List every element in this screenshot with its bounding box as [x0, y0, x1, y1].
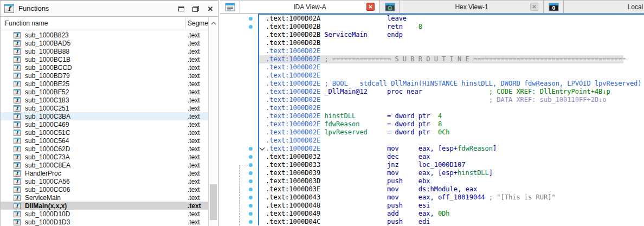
listing-line[interactable]: .text:1000D02E mov eax, [esp+fdwReason] [259, 145, 644, 153]
local-types-icon[interactable]: 0 [544, 1, 564, 13]
listing-line[interactable]: .text:1000D02E [259, 104, 644, 112]
function-row[interactable]: fsub_1000BF52.text [1, 88, 209, 96]
listing-line[interactable]: .text:1000D04C push edi [259, 218, 644, 225]
function-row[interactable]: fsub_1000D10D.text [1, 210, 209, 218]
tab-hex-view-1[interactable]: Hex View-1✕ [400, 1, 544, 13]
float-button[interactable] [191, 4, 200, 13]
listing-line[interactable]: .text:1000D02E [259, 63, 644, 72]
code-segment: = dword ptr [356, 112, 438, 120]
close-button[interactable]: ✕ [206, 4, 215, 13]
function-row[interactable]: fsub_1000B823.text [1, 31, 209, 39]
listing-line[interactable]: .text:1000D02B ServiceMain endp [259, 31, 644, 39]
hex-view-icon[interactable] [380, 1, 400, 13]
listing-line[interactable]: .text:1000D02E hinstDLL = dword ptr 4 [259, 112, 644, 120]
maximize-button[interactable] [177, 4, 185, 13]
address-prefix: .text:1000D02E [266, 63, 324, 71]
ida-view-icon[interactable] [220, 1, 240, 13]
tab-local-types[interactable]: Local Types [564, 1, 644, 13]
instruction-dot-icon [249, 171, 253, 175]
column-divider[interactable] [185, 18, 186, 28]
function-name: sub_1000BAD5 [25, 40, 70, 47]
function-row[interactable]: fsub_1000C564.text [1, 137, 209, 145]
code-segment: = dword ptr [368, 128, 438, 136]
column-header-function-name[interactable]: Function name [5, 20, 48, 27]
tab-close-button[interactable]: ✕ [366, 3, 375, 11]
functions-titlebar[interactable]: f Functions ✕ [1, 1, 218, 17]
function-name: sub_1000C564 [25, 137, 69, 145]
code-segment: fdwReason [458, 145, 493, 152]
listing-line[interactable]: .text:1000D02E ; BOOL __stdcall DllMain(… [259, 80, 644, 88]
scrollbar-up-button[interactable] [209, 20, 218, 27]
function-row[interactable]: fsub_1000C62D.text [1, 145, 209, 153]
listing-line[interactable]: .text:1000D02E [259, 47, 644, 55]
listing-line[interactable]: .text:1000D039 mov eax, [esp+hinstDLL] [259, 169, 644, 177]
close-icon: ✕ [208, 5, 214, 12]
function-row[interactable]: fsub_1000C469.text [1, 120, 209, 128]
function-name: sub_1000B823 [25, 31, 69, 39]
listing-line[interactable]: .text:1000D03D push ebx [259, 177, 644, 185]
address-prefix: .text:1000D02E [266, 128, 324, 136]
listing-line[interactable]: .text:1000D043 mov eax, off_10019044 ; "… [259, 193, 644, 202]
function-row[interactable]: fDllMain(x,x,x).text [1, 202, 209, 210]
code-segment: 8 [418, 23, 422, 30]
function-icon: f [14, 178, 21, 185]
listing-line[interactable]: .text:1000D03E mov ds:hModule, eax [259, 185, 644, 193]
listing-line[interactable]: .text:1000D048 push esi [259, 202, 644, 210]
address-prefix: .text:1000D03E [266, 185, 324, 193]
function-row[interactable]: fsub_1000C183.text [1, 96, 209, 104]
listing-line[interactable]: .text:1000D02E ; DATA XREF: sub_100110FF… [259, 96, 644, 104]
listing-line[interactable]: .text:1000D032 dec eax [259, 153, 644, 161]
disassembly-listing[interactable]: .text:1000D02A leave.text:1000D02B retn … [258, 14, 644, 225]
scrollbar-thumb[interactable] [210, 184, 217, 220]
float-icon [192, 6, 199, 12]
collapse-chevron-icon[interactable] [259, 145, 266, 153]
address-prefix: .text:1000D039 [266, 169, 324, 177]
listing-line[interactable]: .text:1000D02E [259, 72, 644, 80]
function-row[interactable]: fsub_1000BB88.text [1, 47, 209, 55]
listing-line[interactable]: .text:1000D02B [259, 39, 644, 47]
listing-line[interactable]: .text:1000D02E [259, 137, 644, 145]
function-row[interactable]: fsub_1000C8EA.text [1, 161, 209, 169]
function-name: sub_1000BE25 [25, 80, 69, 88]
listing-line[interactable]: .text:1000D02E fdwReason = dword ptr 8 [259, 120, 644, 128]
column-header-segment[interactable]: Segment [188, 20, 208, 27]
address-prefix: .text:1000D02E [266, 104, 324, 112]
tab-close-button[interactable]: ✕ [530, 3, 538, 11]
tab-ida-view-a[interactable]: IDA View-A✕ [240, 1, 380, 13]
instruction-dot-icon [249, 25, 253, 29]
listing-line[interactable]: .text:1000D02B retn 8 [259, 23, 644, 31]
listing-line[interactable]: .text:1000D033 jnz loc_1000D107 [259, 161, 644, 169]
listing-line[interactable]: .text:1000D02E _DllMain@12 proc near ; C… [259, 88, 644, 96]
function-name: sub_1000BD79 [25, 72, 70, 80]
listing-line[interactable]: .text:1000D02A leave [259, 15, 644, 23]
instruction-dot-icon [249, 188, 253, 191]
function-row[interactable]: fsub_1000BAD5.text [1, 39, 209, 47]
function-row[interactable]: fHandlerProc.text [1, 169, 209, 177]
function-row[interactable]: fsub_1000BCCD.text [1, 63, 209, 72]
function-row[interactable]: fsub_1000C73A.text [1, 153, 209, 161]
function-segment: .text [188, 31, 200, 39]
listing-line[interactable]: .text:1000D02E ; =============== S U B R… [259, 55, 644, 63]
listing-line[interactable]: .text:1000D02E lpvReserved = dword ptr 0… [259, 128, 644, 137]
function-row[interactable]: fsub_1000C3BA.text [1, 112, 209, 120]
address-prefix: .text:1000D048 [266, 202, 324, 209]
function-row[interactable]: fsub_1000BD79.text [1, 72, 209, 80]
code-segment: retn [324, 23, 418, 30]
function-segment: .text [188, 129, 200, 137]
function-icon: f [14, 64, 21, 71]
function-row[interactable]: fServiceMain.text [1, 193, 209, 202]
function-row[interactable]: fsub_1000CC06.text [1, 185, 209, 193]
function-row[interactable]: fsub_1000BE25.text [1, 80, 209, 88]
function-row[interactable]: fsub_1000C251.text [1, 104, 209, 112]
function-icon: f [14, 81, 21, 87]
code-segment: _DllMain@12 proc near [324, 88, 422, 95]
svg-text:0: 0 [552, 5, 555, 11]
listing-line[interactable]: .text:1000D049 add eax, 0Dh [259, 210, 644, 218]
function-row[interactable]: fsub_1000D1D3.text [1, 218, 209, 226]
function-icon: f [14, 113, 21, 120]
functions-scrollbar[interactable] [208, 17, 218, 226]
function-row[interactable]: fsub_1000BC1B.text [1, 55, 209, 63]
function-row[interactable]: fsub_1000C51C.text [1, 128, 209, 137]
function-row[interactable]: fsub_1000CA56.text [1, 177, 209, 185]
function-segment: .text [188, 153, 200, 161]
